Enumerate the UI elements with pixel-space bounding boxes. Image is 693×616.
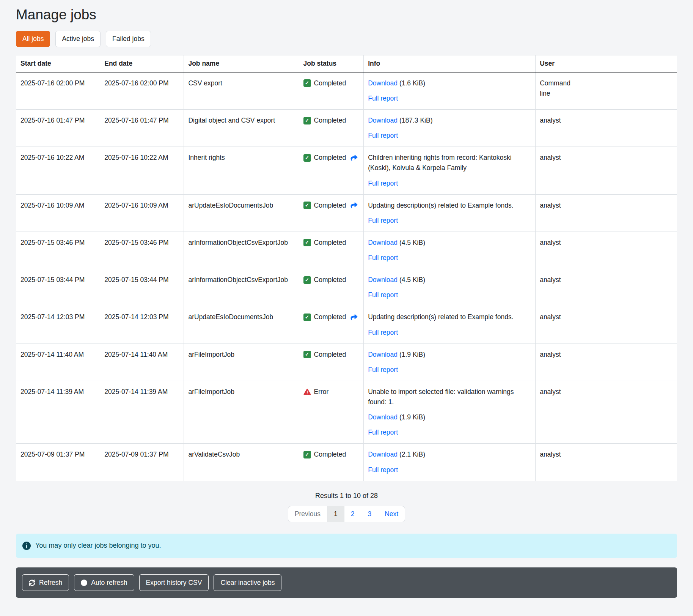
job-status-cell: ✓ Completed: [299, 72, 364, 110]
info-cell: Updating description(s) related to Examp…: [364, 306, 536, 343]
full-report-link[interactable]: Full report: [368, 132, 398, 139]
refresh-button[interactable]: Refresh: [22, 574, 69, 591]
job-status-cell: ✓ Completed: [299, 306, 364, 343]
pagination: Previous 1 2 3 Next: [16, 506, 677, 522]
download-link[interactable]: Download: [368, 276, 398, 284]
share-arrow-icon[interactable]: [350, 154, 358, 161]
full-report-link[interactable]: Full report: [368, 466, 398, 474]
download-link[interactable]: Download: [368, 117, 398, 124]
full-report-link[interactable]: Full report: [368, 329, 398, 336]
download-line: Download (4.5 KiB): [368, 238, 531, 248]
pagination-page-2[interactable]: 2: [344, 506, 361, 522]
job-status-cell: ✓ Completed: [299, 194, 364, 232]
end-date-cell: 2025-07-09 01:37 PM: [100, 444, 184, 481]
info-cell: Download (1.9 KiB) Full report: [364, 343, 536, 381]
download-size: (2.1 KiB): [398, 451, 425, 458]
user-cell: analyst: [536, 306, 677, 343]
clear-inactive-jobs-button[interactable]: Clear inactive jobs: [214, 574, 281, 591]
info-cell: Download (1.6 KiB) Full report: [364, 72, 536, 110]
full-report-line: Full report: [368, 216, 531, 226]
download-line: Download (1.6 KiB): [368, 78, 531, 88]
end-date-cell: 2025-07-16 10:22 AM: [100, 147, 184, 194]
full-report-line: Full report: [368, 290, 531, 300]
pagination-page-3[interactable]: 3: [361, 506, 378, 522]
user-cell: analyst: [536, 110, 677, 147]
download-link[interactable]: Download: [368, 351, 398, 358]
user-value: analyst: [540, 200, 561, 211]
notice-banner: You may only clear jobs belonging to you…: [16, 534, 677, 558]
full-report-link[interactable]: Full report: [368, 366, 398, 373]
download-link[interactable]: Download: [368, 79, 398, 87]
completed-check-icon: ✓: [303, 239, 311, 246]
user-value: analyst: [540, 153, 561, 163]
full-report-link[interactable]: Full report: [368, 95, 398, 102]
full-report-link[interactable]: Full report: [368, 291, 398, 299]
start-date-cell: 2025-07-16 10:09 AM: [16, 194, 100, 232]
full-report-link[interactable]: Full report: [368, 429, 398, 436]
column-header-job-status: Job status: [299, 55, 364, 72]
full-report-line: Full report: [368, 93, 531, 104]
column-header-start-date: Start date: [16, 55, 100, 72]
end-date-cell: 2025-07-16 10:09 AM: [100, 194, 184, 232]
table-row: 2025-07-16 10:22 AM 2025-07-16 10:22 AM …: [16, 147, 677, 194]
table-row: 2025-07-14 11:40 AM 2025-07-14 11:40 AM …: [16, 343, 677, 381]
full-report-link[interactable]: Full report: [368, 254, 398, 262]
column-header-job-name: Job name: [184, 55, 299, 72]
info-text: Children inheriting rights from record: …: [368, 153, 531, 173]
filter-failed-jobs-button[interactable]: Failed jobs: [106, 31, 151, 47]
share-arrow-icon[interactable]: [350, 202, 358, 209]
jobs-table: Start date End date Job name Job status …: [16, 55, 677, 481]
start-date-cell: 2025-07-15 03:44 PM: [16, 269, 100, 306]
info-cell: Download (2.1 KiB) Full report: [364, 444, 536, 481]
filter-all-jobs-button[interactable]: All jobs: [16, 31, 50, 47]
job-status-label: Completed: [314, 312, 346, 322]
completed-check-icon: ✓: [303, 202, 311, 209]
user-value: analyst: [540, 238, 561, 248]
start-date-cell: 2025-07-14 12:03 PM: [16, 306, 100, 343]
full-report-line: Full report: [368, 131, 531, 141]
completed-check-icon: ✓: [303, 154, 311, 162]
refresh-button-label: Refresh: [39, 578, 62, 587]
job-status-label: Completed: [314, 449, 346, 460]
download-line: Download (2.1 KiB): [368, 449, 531, 460]
job-status-label: Error: [314, 387, 329, 397]
user-value: analyst: [540, 312, 561, 322]
job-status-label: Completed: [314, 153, 346, 163]
pagination-next[interactable]: Next: [378, 506, 405, 522]
job-name-cell: arValidateCsvJob: [184, 444, 299, 481]
table-row: 2025-07-16 01:47 PM 2025-07-16 01:47 PM …: [16, 110, 677, 147]
download-link[interactable]: Download: [368, 239, 398, 246]
end-date-cell: 2025-07-14 12:03 PM: [100, 306, 184, 343]
info-cell: Unable to import selected file: validati…: [364, 381, 536, 444]
info-cell: Download (187.3 KiB) Full report: [364, 110, 536, 147]
auto-refresh-button[interactable]: Auto refresh: [74, 574, 134, 591]
info-cell: Children inheriting rights from record: …: [364, 147, 536, 194]
table-row: 2025-07-14 11:39 AM 2025-07-14 11:39 AM …: [16, 381, 677, 444]
job-name-cell: arUpdateEsIoDocumentsJob: [184, 306, 299, 343]
end-date-cell: 2025-07-16 02:00 PM: [100, 72, 184, 110]
info-text: Unable to import selected file: validati…: [368, 387, 531, 407]
user-cell: analyst: [536, 381, 677, 444]
pagination-previous[interactable]: Previous: [288, 506, 327, 522]
table-row: 2025-07-15 03:46 PM 2025-07-15 03:46 PM …: [16, 232, 677, 269]
completed-check-icon: ✓: [303, 276, 311, 284]
download-size: (4.5 KiB): [398, 276, 425, 284]
user-value: analyst: [540, 350, 561, 360]
download-line: Download (4.5 KiB): [368, 275, 531, 285]
pagination-page-1[interactable]: 1: [327, 506, 344, 522]
job-name-cell: arInformationObjectCsvExportJob: [184, 269, 299, 306]
share-arrow-icon[interactable]: [350, 314, 358, 321]
download-link[interactable]: Download: [368, 451, 398, 458]
filter-active-jobs-button[interactable]: Active jobs: [55, 31, 101, 47]
download-link[interactable]: Download: [368, 413, 398, 421]
full-report-line: Full report: [368, 465, 531, 475]
full-report-link[interactable]: Full report: [368, 180, 398, 187]
notice-text: You may only clear jobs belonging to you…: [35, 542, 161, 550]
user-value: analyst: [540, 275, 561, 285]
export-history-csv-button[interactable]: Export history CSV: [139, 574, 209, 591]
job-status-cell: ✓ Completed: [299, 444, 364, 481]
full-report-line: Full report: [368, 178, 531, 189]
full-report-link[interactable]: Full report: [368, 217, 398, 224]
table-row: 2025-07-09 01:37 PM 2025-07-09 01:37 PM …: [16, 444, 677, 481]
user-cell: Command line: [536, 72, 677, 110]
